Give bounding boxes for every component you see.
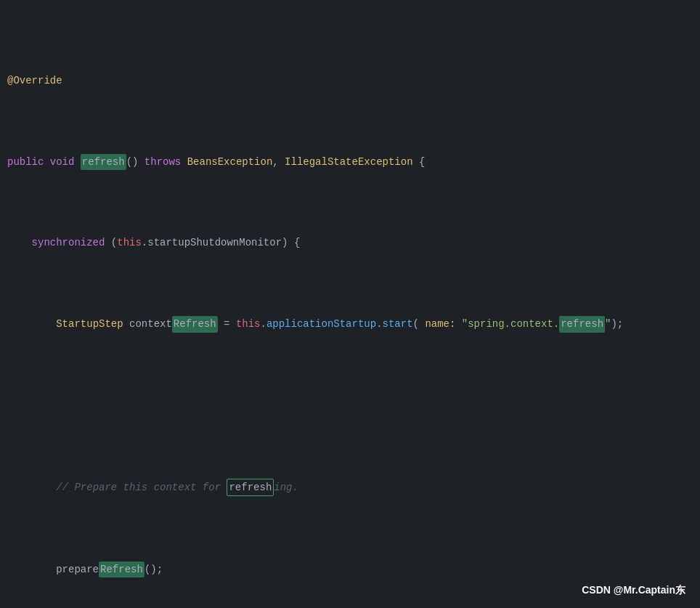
string-refresh-highlight: refresh (559, 316, 605, 332)
code-line-1: @Override (0, 73, 700, 89)
refresh-comment-highlight: refresh (227, 479, 274, 496)
annotation: @Override (7, 73, 62, 89)
contextRefresh-highlight: Refresh (172, 316, 218, 332)
keyword-public: public (7, 154, 50, 170)
keyword-void: void (50, 154, 81, 170)
keyword-synchronized: synchronized (32, 235, 111, 251)
watermark: CSDN @Mr.Captain东 (582, 584, 685, 597)
prepareRefresh-highlight: Refresh (99, 562, 145, 577)
keyword-throws: throws (145, 154, 187, 170)
method-refresh-highlight: refresh (81, 154, 126, 170)
code-line-7: prepareRefresh(); (0, 562, 700, 577)
code-line-4: StartupStep contextRefresh = this.applic… (0, 316, 700, 332)
code-line-3: synchronized (this.startupShutdownMonito… (0, 235, 700, 251)
code-line-2: public void refresh() throws BeansExcept… (0, 154, 700, 170)
code-container: @Override public void refresh() throws B… (0, 0, 700, 608)
code-line-6: // Prepare this context for refreshing. (0, 479, 700, 496)
code-line-empty-1 (0, 397, 700, 413)
